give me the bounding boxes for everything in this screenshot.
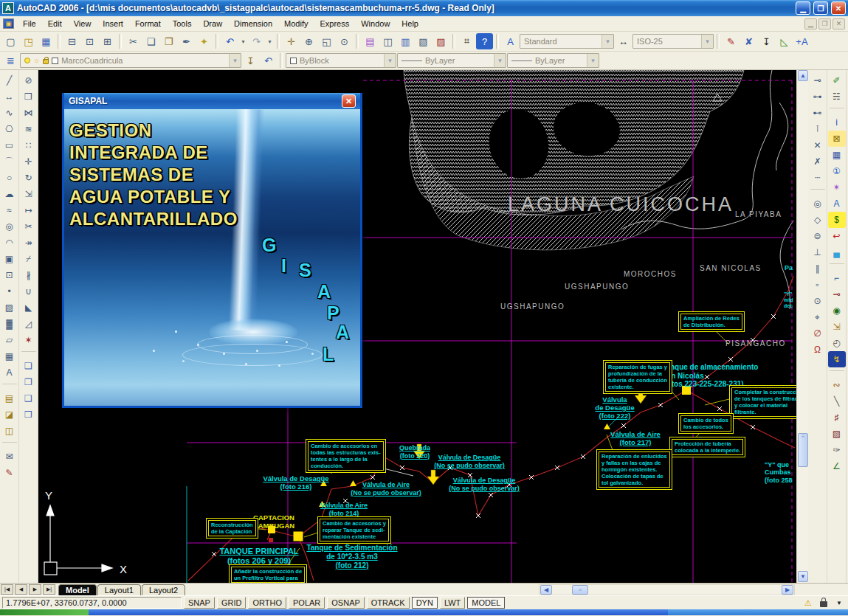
snap-parallel-tool[interactable]: ∥ <box>809 260 827 277</box>
lock-icon[interactable]: ⊠ <box>828 131 846 147</box>
draworder-tool-2[interactable]: ◪ <box>1 406 18 423</box>
plot-preview-button[interactable]: ⊡ <box>81 33 98 49</box>
menu-item-format[interactable]: Format <box>129 18 167 30</box>
offset-tool[interactable]: ≋ <box>20 121 38 137</box>
faucet-icon[interactable]: ⊸ <box>828 286 846 302</box>
snap-midpoint-tool[interactable]: ⊺ <box>809 121 827 137</box>
scroll-right-icon[interactable]: ▶ <box>782 585 793 595</box>
layer-combo[interactable]: ☼MarcoCuadricula▾ <box>20 53 241 68</box>
pan-button[interactable]: ✛ <box>283 33 300 49</box>
mirror-tool[interactable]: ⋈ <box>20 105 38 121</box>
scroll-up-icon[interactable]: ▲ <box>798 70 808 81</box>
coordinate-readout[interactable]: 1.7796E+07, 33760.0737, 0.0000 <box>2 597 182 609</box>
text-style-combo[interactable]: Standard▾ <box>520 34 614 49</box>
hose-icon[interactable]: ∾ <box>828 377 846 393</box>
explode-tool[interactable]: ✶ <box>20 332 38 348</box>
rectangle-tool[interactable]: ▭ <box>1 137 18 153</box>
fence-icon[interactable]: ♯ <box>828 409 846 426</box>
join-tool[interactable]: ∪ <box>20 283 38 300</box>
landscape-icon[interactable]: ▄ <box>828 244 846 260</box>
bring-to-front-tool[interactable]: ❏ <box>20 358 38 374</box>
menu-item-edit[interactable]: Edit <box>42 18 68 30</box>
dim-style-manager-button[interactable]: ↔ <box>615 33 632 49</box>
plan-icon[interactable]: ⇲ <box>828 319 846 335</box>
linetype-combo[interactable]: ByLayer▾ <box>397 53 506 68</box>
match-properties-button[interactable]: ✒ <box>178 33 195 49</box>
clock-icon[interactable]: ◴ <box>828 335 846 351</box>
scale-tool[interactable]: ⇲ <box>20 186 38 202</box>
gradient-tool[interactable]: ▓ <box>1 316 18 332</box>
fillet-tool[interactable]: ◿ <box>20 316 38 332</box>
lightning-icon[interactable]: ↯ <box>828 351 846 367</box>
tab-prev-icon[interactable]: ◀ <box>15 584 27 595</box>
vertical-scrollbar[interactable]: ▲ ▼ <box>796 70 808 583</box>
snap-from-tool[interactable]: ⊶ <box>809 89 827 105</box>
new-button[interactable]: ▢ <box>2 33 19 49</box>
point-tool[interactable]: • <box>1 283 18 300</box>
chevron-down-icon[interactable]: ▾ <box>601 35 613 48</box>
toggle-model[interactable]: MODEL <box>467 597 505 609</box>
region-tool[interactable]: ▱ <box>1 332 18 348</box>
scroll-left-icon[interactable]: ◀ <box>540 585 552 595</box>
revision-cloud-tool[interactable]: ☁ <box>1 186 18 202</box>
menu-item-modify[interactable]: Modify <box>278 18 314 30</box>
gisapal-dialog-titlebar[interactable]: GISAPAL ✕ <box>64 93 360 109</box>
trim-tool[interactable]: ✂ <box>20 218 38 235</box>
pipe-icon[interactable]: ⌐ <box>828 270 846 286</box>
insert-block-tool[interactable]: ▣ <box>1 251 18 267</box>
chart-icon[interactable]: ∠ <box>828 458 846 474</box>
vertical-scroll-thumb[interactable] <box>798 433 808 467</box>
draworder-tool-3[interactable]: ◫ <box>1 423 18 439</box>
ellipse-arc-tool[interactable]: ◠ <box>1 235 18 251</box>
snap-extension-tool[interactable]: ┄ <box>809 170 827 186</box>
block-editor-button[interactable]: ✦ <box>196 33 213 49</box>
rotate-tool[interactable]: ↻ <box>20 170 38 186</box>
drawing-canvas[interactable]: Y X LAGUNA CUICOCHALA PIYABASAN NICOLASM… <box>38 70 796 583</box>
menu-item-window[interactable]: Window <box>355 18 396 30</box>
text-scale-button[interactable]: +A <box>793 33 810 49</box>
curve-icon[interactable]: ╲ <box>828 393 846 409</box>
plot-button[interactable]: ⊟ <box>63 33 80 49</box>
text-style-icon[interactable]: A <box>828 195 846 212</box>
bring-above-tool[interactable]: ❑ <box>20 390 38 406</box>
mtext-tool[interactable]: A <box>1 364 18 381</box>
snap-insert-tool[interactable]: ▫ <box>809 277 827 293</box>
close-button[interactable]: ✕ <box>831 1 846 15</box>
number-one-icon[interactable]: ① <box>828 163 846 179</box>
snap-nearest-tool[interactable]: ⌖ <box>809 309 827 325</box>
layer-properties-manager-button[interactable]: ≣ <box>2 52 19 69</box>
publish-button[interactable]: ⊞ <box>99 33 116 49</box>
send-to-back-tool[interactable]: ❐ <box>20 374 38 390</box>
properties-button[interactable]: ▤ <box>362 33 379 49</box>
child-minimize-button[interactable]: ▁ <box>804 18 817 30</box>
toggle-polar[interactable]: POLAR <box>289 597 325 609</box>
ellipse-tool[interactable]: ◎ <box>1 218 18 235</box>
minimize-button[interactable]: ▁ <box>796 1 810 15</box>
start-button-edge[interactable] <box>0 609 89 615</box>
dim-text-edit-button[interactable]: ✘ <box>740 33 757 49</box>
open-button[interactable]: ◳ <box>20 33 37 49</box>
erase-tool[interactable]: ⊘ <box>20 72 38 89</box>
menu-item-express[interactable]: Express <box>314 18 355 30</box>
circle-tool[interactable]: ○ <box>1 170 18 186</box>
extend-tool[interactable]: ↠ <box>20 235 38 251</box>
text-style-manager-button[interactable]: A <box>502 33 519 49</box>
arc-tool[interactable]: ⌒ <box>1 153 18 170</box>
toggle-lwt[interactable]: LWT <box>440 597 465 609</box>
chevron-down-icon[interactable]: ▾ <box>701 35 713 48</box>
quickcalc-button[interactable]: ⌗ <box>458 33 475 49</box>
send-under-tool[interactable]: ❒ <box>20 406 38 423</box>
copy-button[interactable]: ❏ <box>142 33 159 49</box>
dim-update-button[interactable]: ↧ <box>758 33 775 49</box>
array-tool[interactable]: ∷ <box>20 137 38 153</box>
hatch-box-icon[interactable]: ▨ <box>828 426 846 442</box>
etransmit-tool[interactable]: ✉ <box>1 449 18 465</box>
horizontal-scroll-thumb[interactable]: ≡ <box>572 585 588 595</box>
toolbar-lock-icon[interactable] <box>817 597 830 609</box>
zoom-window-button[interactable]: ◱ <box>318 33 335 49</box>
copy-object-tool[interactable]: ❒ <box>20 89 38 105</box>
sheet-set-manager-button[interactable]: ▧ <box>415 33 432 49</box>
layer-previous-button[interactable]: ↶ <box>260 52 277 69</box>
markup-set-manager-button[interactable]: ▨ <box>432 33 449 49</box>
chevron-down-icon[interactable]: ▾ <box>494 54 506 67</box>
